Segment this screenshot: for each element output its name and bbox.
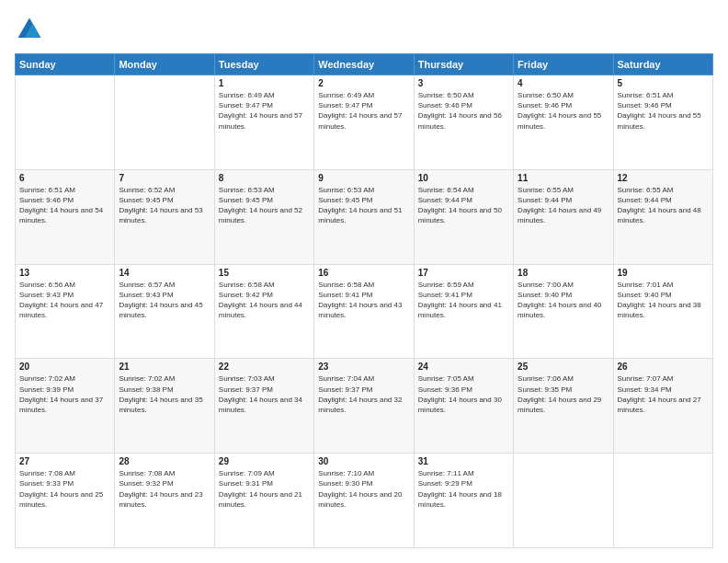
logo-icon (15, 15, 44, 44)
calendar-cell (16, 75, 115, 170)
day-number: 20 (19, 362, 110, 372)
calendar-cell: 18Sunrise: 7:00 AM Sunset: 9:40 PM Dayli… (514, 264, 613, 359)
day-number: 13 (19, 268, 110, 278)
day-number: 14 (119, 268, 210, 278)
weekday-header-friday: Friday (514, 54, 613, 75)
cell-info: Sunrise: 6:55 AM Sunset: 9:44 PM Dayligh… (618, 185, 709, 226)
cell-info: Sunrise: 6:59 AM Sunset: 9:41 PM Dayligh… (418, 280, 509, 321)
calendar-cell: 24Sunrise: 7:05 AM Sunset: 9:36 PM Dayli… (414, 359, 513, 454)
calendar-cell: 1Sunrise: 6:49 AM Sunset: 9:47 PM Daylig… (214, 75, 313, 170)
day-number: 2 (318, 78, 409, 88)
cell-info: Sunrise: 6:49 AM Sunset: 9:47 PM Dayligh… (219, 90, 310, 132)
calendar-cell: 5Sunrise: 6:51 AM Sunset: 9:46 PM Daylig… (613, 75, 712, 170)
calendar-cell: 15Sunrise: 6:58 AM Sunset: 9:42 PM Dayli… (214, 264, 313, 359)
day-number: 16 (318, 268, 409, 278)
day-number: 9 (318, 173, 409, 183)
calendar-cell: 12Sunrise: 6:55 AM Sunset: 9:44 PM Dayli… (613, 169, 712, 264)
calendar-cell: 20Sunrise: 7:02 AM Sunset: 9:39 PM Dayli… (16, 359, 115, 454)
day-number: 10 (418, 173, 509, 183)
calendar-cell (115, 75, 214, 170)
cell-info: Sunrise: 6:50 AM Sunset: 9:46 PM Dayligh… (418, 90, 509, 132)
day-number: 6 (19, 173, 110, 183)
day-number: 12 (618, 173, 709, 183)
cell-info: Sunrise: 6:55 AM Sunset: 9:44 PM Dayligh… (518, 185, 609, 226)
cell-info: Sunrise: 6:54 AM Sunset: 9:44 PM Dayligh… (418, 185, 509, 226)
cell-info: Sunrise: 6:51 AM Sunset: 9:46 PM Dayligh… (19, 185, 110, 226)
logo (15, 15, 48, 44)
calendar-cell: 13Sunrise: 6:56 AM Sunset: 9:43 PM Dayli… (16, 264, 115, 359)
day-number: 24 (418, 362, 509, 372)
calendar-cell: 31Sunrise: 7:11 AM Sunset: 9:29 PM Dayli… (414, 454, 513, 548)
cell-info: Sunrise: 7:02 AM Sunset: 9:38 PM Dayligh… (119, 373, 210, 415)
day-number: 1 (219, 78, 310, 88)
cell-info: Sunrise: 7:06 AM Sunset: 9:35 PM Dayligh… (518, 373, 609, 415)
cell-info: Sunrise: 7:08 AM Sunset: 9:33 PM Dayligh… (19, 468, 110, 510)
day-number: 22 (219, 362, 310, 372)
day-number: 7 (119, 173, 210, 183)
calendar-cell: 6Sunrise: 6:51 AM Sunset: 9:46 PM Daylig… (16, 169, 115, 264)
weekday-header-tuesday: Tuesday (214, 54, 313, 75)
day-number: 17 (418, 268, 509, 278)
day-number: 21 (119, 362, 210, 372)
cell-info: Sunrise: 7:08 AM Sunset: 9:32 PM Dayligh… (119, 468, 210, 510)
day-number: 15 (219, 268, 310, 278)
cell-info: Sunrise: 7:01 AM Sunset: 9:40 PM Dayligh… (618, 280, 709, 321)
calendar-cell: 9Sunrise: 6:53 AM Sunset: 9:45 PM Daylig… (314, 169, 414, 264)
weekday-header-wednesday: Wednesday (314, 54, 414, 75)
day-number: 26 (618, 362, 709, 372)
calendar-cell (613, 454, 712, 548)
day-number: 18 (518, 268, 609, 278)
calendar-cell: 28Sunrise: 7:08 AM Sunset: 9:32 PM Dayli… (115, 454, 214, 548)
calendar-cell: 25Sunrise: 7:06 AM Sunset: 9:35 PM Dayli… (514, 359, 613, 454)
calendar-cell: 2Sunrise: 6:49 AM Sunset: 9:47 PM Daylig… (314, 75, 414, 170)
cell-info: Sunrise: 6:58 AM Sunset: 9:42 PM Dayligh… (219, 280, 310, 321)
cell-info: Sunrise: 6:49 AM Sunset: 9:47 PM Dayligh… (318, 90, 409, 132)
calendar-cell: 11Sunrise: 6:55 AM Sunset: 9:44 PM Dayli… (514, 169, 613, 264)
day-number: 30 (318, 456, 409, 466)
week-row-1: 1Sunrise: 6:49 AM Sunset: 9:47 PM Daylig… (16, 75, 713, 170)
day-number: 3 (418, 78, 509, 88)
day-number: 11 (518, 173, 609, 183)
calendar-cell: 3Sunrise: 6:50 AM Sunset: 9:46 PM Daylig… (414, 75, 513, 170)
cell-info: Sunrise: 7:02 AM Sunset: 9:39 PM Dayligh… (19, 373, 110, 415)
calendar-cell: 22Sunrise: 7:03 AM Sunset: 9:37 PM Dayli… (214, 359, 313, 454)
cell-info: Sunrise: 7:05 AM Sunset: 9:36 PM Dayligh… (418, 373, 509, 415)
day-number: 4 (518, 78, 609, 88)
day-number: 8 (219, 173, 310, 183)
calendar-cell: 7Sunrise: 6:52 AM Sunset: 9:45 PM Daylig… (115, 169, 214, 264)
day-number: 23 (318, 362, 409, 372)
calendar-cell: 26Sunrise: 7:07 AM Sunset: 9:34 PM Dayli… (613, 359, 712, 454)
cell-info: Sunrise: 6:52 AM Sunset: 9:45 PM Dayligh… (119, 185, 210, 226)
header (15, 15, 713, 44)
cell-info: Sunrise: 7:10 AM Sunset: 9:30 PM Dayligh… (318, 468, 409, 510)
calendar-cell: 8Sunrise: 6:53 AM Sunset: 9:45 PM Daylig… (214, 169, 313, 264)
day-number: 5 (618, 78, 709, 88)
week-row-4: 20Sunrise: 7:02 AM Sunset: 9:39 PM Dayli… (16, 359, 713, 454)
day-number: 19 (618, 268, 709, 278)
calendar-cell (514, 454, 613, 548)
cell-info: Sunrise: 7:07 AM Sunset: 9:34 PM Dayligh… (618, 373, 709, 415)
day-number: 25 (518, 362, 609, 372)
day-number: 27 (19, 456, 110, 466)
weekday-header-monday: Monday (115, 54, 214, 75)
calendar-cell: 27Sunrise: 7:08 AM Sunset: 9:33 PM Dayli… (16, 454, 115, 548)
weekday-header-row: SundayMondayTuesdayWednesdayThursdayFrid… (16, 54, 713, 75)
calendar-cell: 29Sunrise: 7:09 AM Sunset: 9:31 PM Dayli… (214, 454, 313, 548)
cell-info: Sunrise: 6:50 AM Sunset: 9:46 PM Dayligh… (518, 90, 609, 132)
cell-info: Sunrise: 6:57 AM Sunset: 9:43 PM Dayligh… (119, 280, 210, 321)
cell-info: Sunrise: 6:53 AM Sunset: 9:45 PM Dayligh… (219, 185, 310, 226)
calendar-cell: 30Sunrise: 7:10 AM Sunset: 9:30 PM Dayli… (314, 454, 414, 548)
calendar-cell: 14Sunrise: 6:57 AM Sunset: 9:43 PM Dayli… (115, 264, 214, 359)
weekday-header-sunday: Sunday (16, 54, 115, 75)
cell-info: Sunrise: 7:03 AM Sunset: 9:37 PM Dayligh… (219, 373, 310, 415)
day-number: 28 (119, 456, 210, 466)
page: SundayMondayTuesdayWednesdayThursdayFrid… (0, 0, 728, 563)
calendar-cell: 21Sunrise: 7:02 AM Sunset: 9:38 PM Dayli… (115, 359, 214, 454)
cell-info: Sunrise: 7:11 AM Sunset: 9:29 PM Dayligh… (418, 468, 509, 510)
cell-info: Sunrise: 6:58 AM Sunset: 9:41 PM Dayligh… (318, 280, 409, 321)
calendar-cell: 19Sunrise: 7:01 AM Sunset: 9:40 PM Dayli… (613, 264, 712, 359)
cell-info: Sunrise: 7:04 AM Sunset: 9:37 PM Dayligh… (318, 373, 409, 415)
calendar-cell: 23Sunrise: 7:04 AM Sunset: 9:37 PM Dayli… (314, 359, 414, 454)
cell-info: Sunrise: 7:09 AM Sunset: 9:31 PM Dayligh… (219, 468, 310, 510)
calendar-cell: 17Sunrise: 6:59 AM Sunset: 9:41 PM Dayli… (414, 264, 513, 359)
